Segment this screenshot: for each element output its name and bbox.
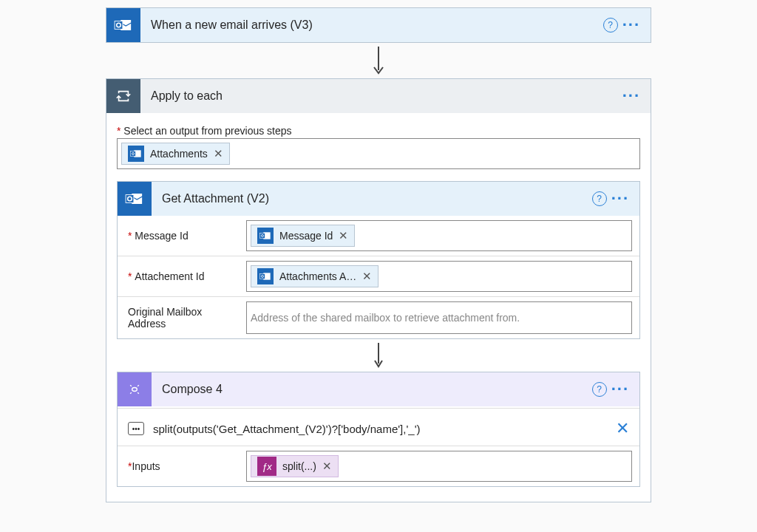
outlook-icon — [257, 268, 274, 284]
help-icon[interactable]: ? — [592, 382, 607, 397]
message-id-label: Message Id — [135, 230, 188, 242]
arrow-down-icon — [117, 339, 640, 372]
outlook-icon — [257, 228, 274, 244]
trigger-header: When a new email arrives (V3) ? ··· — [106, 8, 651, 42]
expression-text: split(outputs('Get_Attachment_(V2)')?['b… — [153, 423, 607, 435]
svg-rect-11 — [260, 233, 265, 239]
more-icon[interactable]: ··· — [622, 92, 640, 100]
help-icon[interactable]: ? — [592, 191, 607, 206]
more-icon[interactable]: ··· — [611, 195, 629, 202]
fx-icon: ƒx — [257, 457, 276, 476]
token-remove-icon[interactable]: ✕ — [339, 229, 348, 242]
compose-card: Compose 4 ? ··· ••• split(outputs('Get_A… — [117, 372, 640, 487]
outlook-icon — [106, 8, 140, 42]
flow-canvas: When a new email arrives (V3) ? ··· Appl… — [0, 7, 757, 502]
compose-title: Compose 4 — [152, 383, 592, 396]
close-icon[interactable]: ✕ — [616, 419, 629, 438]
apply-to-each-card: Apply to each ··· * Select an output fro… — [106, 78, 651, 502]
attachment-id-field[interactable]: Attachments A… ✕ — [246, 261, 632, 292]
message-id-field[interactable]: Message Id ✕ — [246, 220, 632, 251]
svg-rect-1 — [115, 21, 123, 30]
token-attachments[interactable]: Attachments ✕ — [121, 143, 230, 165]
get-attachment-title: Get Attachment (V2) — [152, 192, 592, 205]
mailbox-address-input[interactable] — [251, 312, 628, 324]
compose-header[interactable]: Compose 4 ? ··· — [118, 372, 639, 406]
token-text: Attachments A… — [279, 270, 356, 282]
inputs-label: Inputs — [132, 460, 160, 472]
inputs-field[interactable]: ƒx split(...) ✕ — [246, 451, 632, 482]
svg-rect-5 — [131, 151, 136, 157]
help-icon[interactable]: ? — [603, 18, 618, 33]
trigger-card[interactable]: When a new email arrives (V3) ? ··· — [106, 7, 651, 43]
attachment-id-label: Attachement Id — [135, 270, 204, 282]
trigger-title: When a new email arrives (V3) — [140, 18, 603, 32]
svg-rect-14 — [260, 274, 265, 279]
apply-to-each-title: Apply to each — [140, 89, 622, 103]
select-output-field[interactable]: Attachments ✕ — [117, 138, 640, 169]
more-icon[interactable]: ··· — [622, 21, 640, 29]
token-text: Message Id — [279, 230, 333, 242]
outlook-icon — [128, 146, 144, 162]
apply-to-each-header[interactable]: Apply to each ··· — [106, 79, 651, 113]
mailbox-address-field[interactable] — [246, 301, 632, 334]
token-message-id[interactable]: Message Id ✕ — [251, 225, 355, 247]
arrow-down-icon — [372, 43, 385, 78]
token-fx-split[interactable]: ƒx split(...) ✕ — [251, 455, 339, 477]
get-attachment-header[interactable]: Get Attachment (V2) ? ··· — [118, 182, 639, 216]
outlook-icon — [118, 182, 152, 216]
code-icon: ••• — [128, 422, 144, 435]
get-attachment-card: Get Attachment (V2) ? ··· * Message Id M… — [117, 181, 640, 339]
loop-icon — [106, 79, 140, 113]
more-icon[interactable]: ··· — [611, 386, 629, 393]
mailbox-address-label: Original Mailbox Address — [128, 306, 239, 330]
svg-rect-8 — [126, 195, 134, 203]
token-text: Attachments — [150, 148, 208, 160]
token-attachment-id[interactable]: Attachments A… ✕ — [251, 265, 378, 287]
token-remove-icon[interactable]: ✕ — [214, 147, 223, 160]
token-remove-icon[interactable]: ✕ — [362, 270, 372, 283]
token-text: split(...) — [282, 460, 316, 472]
select-output-label: Select an output from previous steps — [120, 125, 291, 137]
compose-icon — [118, 372, 152, 406]
token-remove-icon[interactable]: ✕ — [322, 460, 332, 473]
